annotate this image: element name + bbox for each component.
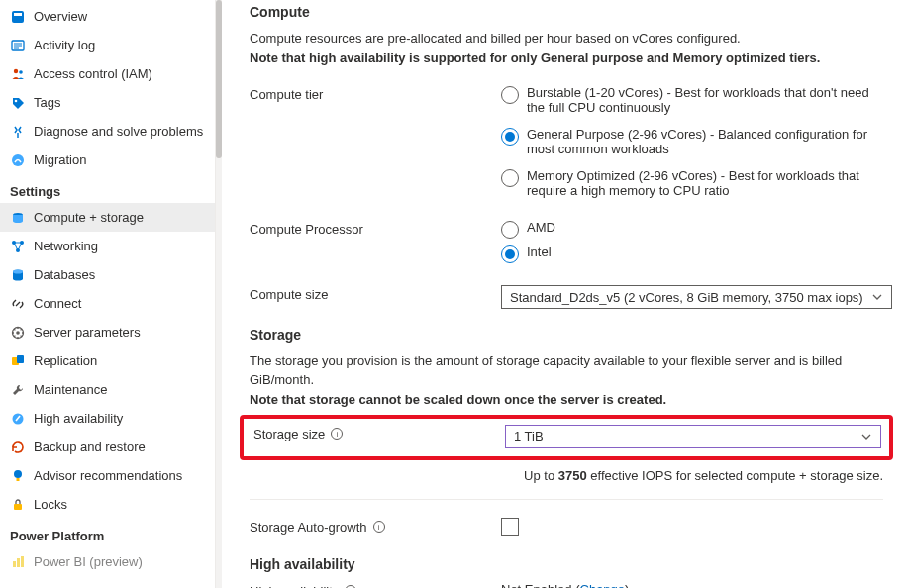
chevron-down-icon xyxy=(871,291,883,303)
compute-desc: Compute resources are pre-allocated and … xyxy=(250,30,883,48)
nav-label: Overview xyxy=(34,9,87,24)
nav-label: Tags xyxy=(34,95,60,110)
radio-icon xyxy=(501,221,519,239)
autogrow-checkbox[interactable] xyxy=(501,518,519,536)
tier-memory-optimized[interactable]: Memory Optimized (2-96 vCores) - Best fo… xyxy=(501,168,883,198)
ha-change-link[interactable]: Change xyxy=(580,582,626,588)
nav-label: Maintenance xyxy=(34,382,107,397)
sidebar-scrollbar[interactable] xyxy=(216,0,222,588)
replication-icon xyxy=(10,353,26,369)
nav-migration[interactable]: Migration xyxy=(0,146,215,174)
storage-size-select[interactable]: 1 TiB xyxy=(505,425,881,448)
nav-power-bi[interactable]: Power BI (preview) xyxy=(0,547,215,576)
chevron-down-icon xyxy=(860,431,872,442)
storage-heading: Storage xyxy=(250,327,883,343)
databases-icon xyxy=(10,267,26,283)
svg-rect-21 xyxy=(17,355,24,363)
storage-size-value: 1 TiB xyxy=(514,429,544,443)
locks-icon xyxy=(10,497,26,513)
svg-rect-28 xyxy=(21,556,24,567)
nav-label: Activity log xyxy=(34,38,95,52)
nav-label: Access control (IAM) xyxy=(34,66,152,81)
svg-point-19 xyxy=(16,331,20,335)
svg-point-16 xyxy=(13,269,23,273)
divider xyxy=(250,499,883,500)
nav-locks[interactable]: Locks xyxy=(0,490,215,519)
nav-label: Connect xyxy=(34,296,81,311)
proc-text: Intel xyxy=(527,245,552,259)
group-power-platform: Power Platform xyxy=(0,519,215,547)
ha-value-row: Not Enabled (Change) xyxy=(501,582,883,588)
nav-replication[interactable]: Replication xyxy=(0,346,215,375)
radio-checked-icon xyxy=(501,128,519,146)
nav-maintenance[interactable]: Maintenance xyxy=(0,375,215,404)
svg-rect-25 xyxy=(14,504,22,510)
nav-tags[interactable]: Tags xyxy=(0,88,215,117)
svg-rect-26 xyxy=(13,561,16,567)
backup-restore-icon xyxy=(10,440,26,455)
advisor-icon xyxy=(10,468,26,484)
tier-text: Memory Optimized (2-96 vCores) - Best fo… xyxy=(527,168,883,198)
svg-rect-0 xyxy=(12,11,24,23)
svg-line-17 xyxy=(16,302,20,306)
svg-point-23 xyxy=(14,470,22,478)
compute-storage-icon xyxy=(10,210,26,226)
info-icon[interactable]: i xyxy=(331,428,343,440)
maintenance-icon xyxy=(10,382,26,398)
svg-point-8 xyxy=(15,99,18,102)
radio-checked-icon xyxy=(501,245,519,263)
migration-icon xyxy=(10,152,26,168)
nav-label: Databases xyxy=(34,267,95,282)
diagnose-icon xyxy=(10,124,26,140)
iops-text: Up to 3750 effective IOPS for selected c… xyxy=(250,468,883,483)
nav-label: Power BI (preview) xyxy=(34,554,143,569)
svg-point-7 xyxy=(19,70,23,74)
nav-advisor[interactable]: Advisor recommendations xyxy=(0,461,215,490)
nav-label: Replication xyxy=(34,353,97,368)
nav-activity-log[interactable]: Activity log xyxy=(0,31,215,59)
storage-desc: The storage you provision is the amount … xyxy=(250,352,883,388)
power-bi-icon xyxy=(10,554,26,570)
compute-note: Note that high availability is supported… xyxy=(250,49,883,67)
scroll-thumb[interactable] xyxy=(216,0,222,158)
proc-text: AMD xyxy=(527,220,555,235)
nav-networking[interactable]: Networking xyxy=(0,232,215,260)
tier-general-purpose[interactable]: General Purpose (2-96 vCores) - Balanced… xyxy=(501,127,883,156)
nav-server-parameters[interactable]: Server parameters xyxy=(0,318,215,346)
nav-label: Locks xyxy=(34,497,67,512)
server-parameters-icon xyxy=(10,325,26,341)
nav-compute-storage[interactable]: Compute + storage xyxy=(0,203,215,232)
nav-backup-restore[interactable]: Backup and restore xyxy=(0,433,215,461)
compute-size-value: Standard_D2ds_v5 (2 vCores, 8 GiB memory… xyxy=(510,290,863,305)
storage-autogrow-label: Storage Auto-growth i xyxy=(250,518,501,535)
compute-processor-label: Compute Processor xyxy=(250,220,501,237)
proc-amd[interactable]: AMD xyxy=(501,220,883,239)
nav-databases[interactable]: Databases xyxy=(0,260,215,289)
storage-size-highlight: Storage size i 1 TiB xyxy=(240,415,893,460)
main-content: Compute Compute resources are pre-alloca… xyxy=(222,0,907,588)
tags-icon xyxy=(10,95,26,111)
tier-burstable[interactable]: Burstable (1-20 vCores) - Best for workl… xyxy=(501,85,883,115)
ha-heading: High availability xyxy=(250,556,883,572)
nav-label: Networking xyxy=(34,239,98,253)
nav-overview[interactable]: Overview xyxy=(0,2,215,31)
activity-log-icon xyxy=(10,38,26,53)
nav-connect[interactable]: Connect xyxy=(0,289,215,318)
nav-label: High availability xyxy=(34,411,123,426)
svg-rect-27 xyxy=(17,558,20,567)
nav-high-availability[interactable]: High availability xyxy=(0,404,215,433)
nav-access-control[interactable]: Access control (IAM) xyxy=(0,59,215,88)
nav-label: Migration xyxy=(34,152,86,167)
nav-label: Advisor recommendations xyxy=(34,468,182,483)
compute-size-select[interactable]: Standard_D2ds_v5 (2 vCores, 8 GiB memory… xyxy=(501,285,892,309)
ha-label: High availability i xyxy=(250,582,501,588)
nav-diagnose[interactable]: Diagnose and solve problems xyxy=(0,117,215,146)
radio-icon xyxy=(501,169,519,187)
tier-text: Burstable (1-20 vCores) - Best for workl… xyxy=(527,85,883,115)
nav-label: Backup and restore xyxy=(34,440,146,454)
info-icon[interactable]: i xyxy=(373,521,385,533)
storage-note: Note that storage cannot be scaled down … xyxy=(250,391,883,409)
networking-icon xyxy=(10,239,26,254)
proc-intel[interactable]: Intel xyxy=(501,245,883,263)
svg-rect-24 xyxy=(17,478,20,481)
